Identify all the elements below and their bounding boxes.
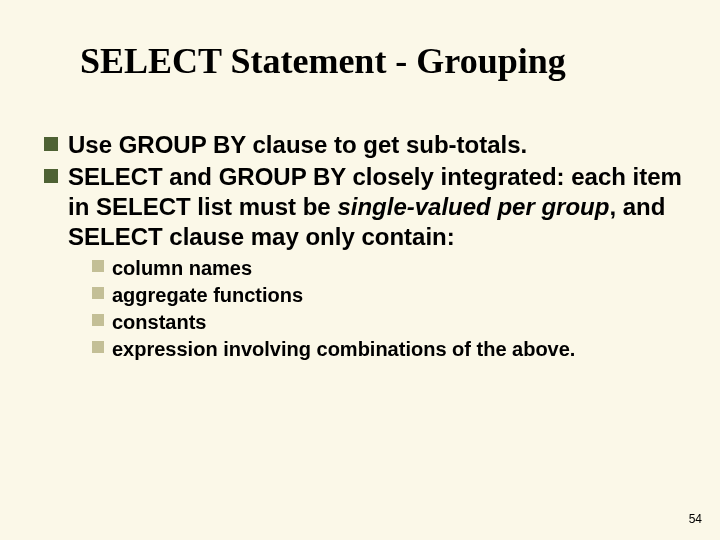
sub-bullet-text: column names <box>112 256 252 281</box>
sub-bullet-item: constants <box>92 310 684 335</box>
bullet-item: SELECT and GROUP BY closely integrated: … <box>44 162 684 252</box>
square-bullet-icon <box>92 260 104 272</box>
slide-title: SELECT Statement - Grouping <box>80 40 566 82</box>
sub-bullet-item: column names <box>92 256 684 281</box>
square-bullet-icon <box>92 287 104 299</box>
square-bullet-icon <box>44 169 58 183</box>
sub-bullet-item: aggregate functions <box>92 283 684 308</box>
sub-bullet-text: aggregate functions <box>112 283 303 308</box>
square-bullet-icon <box>44 137 58 151</box>
slide-body: Use GROUP BY clause to get sub-totals. S… <box>44 130 684 364</box>
square-bullet-icon <box>92 314 104 326</box>
bullet-item: Use GROUP BY clause to get sub-totals. <box>44 130 684 160</box>
sub-bullet-list: column names aggregate functions constan… <box>92 256 684 362</box>
sub-bullet-text: constants <box>112 310 206 335</box>
sub-bullet-item: expression involving combinations of the… <box>92 337 684 362</box>
slide: SELECT Statement - Grouping Use GROUP BY… <box>0 0 720 540</box>
bullet-text: SELECT and GROUP BY closely integrated: … <box>68 162 684 252</box>
sub-bullet-text: expression involving combinations of the… <box>112 337 575 362</box>
bullet-text: Use GROUP BY clause to get sub-totals. <box>68 130 527 160</box>
bullet-text-italic: single-valued per group <box>337 193 609 220</box>
page-number: 54 <box>689 512 702 526</box>
square-bullet-icon <box>92 341 104 353</box>
